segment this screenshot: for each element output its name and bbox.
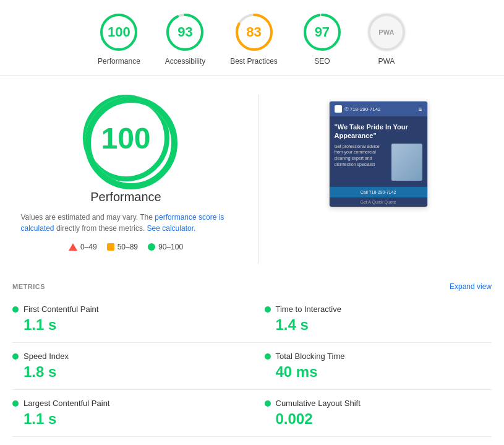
average-icon — [107, 243, 114, 251]
score-circle-pwa: PWA — [367, 12, 406, 52]
metric-value-lcp: 1.1 s — [12, 410, 228, 428]
score-legend: 0–49 50–89 90–100 — [69, 243, 183, 251]
score-label-seo: SEO — [314, 57, 330, 66]
score-value-accessibility: 93 — [177, 24, 192, 40]
phone-body: "We Take Pride In Your Appearance" Get p… — [330, 116, 427, 207]
metric-dot-tbt — [265, 353, 271, 360]
metric-name-row-tbt: Total Blocking Time — [265, 352, 492, 361]
metric-name-row-lcp: Largest Contentful Paint — [12, 399, 228, 408]
metric-name-lcp: Largest Contentful Paint — [23, 399, 109, 408]
metric-dot-tti — [265, 306, 271, 313]
metric-value-cls: 0.002 — [265, 410, 492, 428]
score-bar: 100 Performance 93 Accessibility 83 Best… — [0, 0, 504, 76]
legend-fail: 0–49 — [69, 243, 97, 251]
metric-dot-fcp — [12, 306, 19, 313]
score-item-accessibility[interactable]: 93 Accessibility — [165, 12, 205, 66]
metric-name-si: Speed Index — [23, 352, 69, 361]
metric-item-si: Speed Index 1.8 s — [12, 343, 252, 390]
left-panel: 100 Performance Values are estimated and… — [12, 95, 252, 264]
big-score-value: 100 — [101, 121, 150, 155]
phone-headline: "We Take Pride In Your Appearance" — [335, 123, 422, 140]
desc-text-2: directly from these metrics. — [54, 224, 147, 233]
phone-header: ✆ 718-290-7142 ≡ — [330, 102, 427, 116]
main-content: 100 Performance Values are estimated and… — [0, 76, 504, 276]
metric-name-tti: Time to Interactive — [276, 305, 341, 314]
metric-name-cls: Cumulative Layout Shift — [276, 399, 361, 408]
phone-footer: Get A Quick Quote — [330, 197, 427, 207]
phone-hero-image — [391, 144, 422, 181]
metric-item-lcp: Largest Contentful Paint 1.1 s — [12, 390, 252, 437]
pwa-label-inner: PWA — [378, 28, 394, 36]
metric-item-cls: Cumulative Layout Shift 0.002 — [252, 390, 492, 437]
metric-dot-lcp — [12, 400, 19, 407]
big-score-circle: 100 — [83, 95, 169, 181]
big-score-label: Performance — [90, 190, 161, 204]
legend-average: 50–89 — [107, 243, 138, 251]
metric-name-row-tti: Time to Interactive — [265, 305, 492, 314]
metrics-grid: First Contentful Paint 1.1 s Time to Int… — [12, 296, 492, 437]
score-circle-accessibility: 93 — [165, 12, 205, 52]
pass-icon — [148, 243, 155, 251]
phone-hero: "We Take Pride In Your Appearance" Get p… — [330, 116, 427, 187]
metric-name-row-si: Speed Index — [12, 352, 228, 361]
metric-value-fcp: 1.1 s — [12, 316, 228, 334]
score-item-seo[interactable]: 97 SEO — [302, 12, 342, 66]
metric-value-si: 1.8 s — [12, 363, 228, 381]
desc-text-1: Values are estimated and may vary. The — [21, 213, 155, 222]
metric-item-tti: Time to Interactive 1.4 s — [252, 296, 492, 343]
metric-item-fcp: First Contentful Paint 1.1 s — [12, 296, 252, 343]
phone-cta-button[interactable]: Call 718-290-7142 — [330, 187, 427, 197]
score-circle-best-practices: 83 — [234, 12, 274, 52]
phone-hero-content: Get professional advice from your commer… — [335, 144, 422, 181]
performance-description: Values are estimated and may vary. The p… — [21, 212, 231, 234]
legend-range2: 50–89 — [117, 243, 138, 251]
legend-pass: 90–100 — [148, 243, 183, 251]
metric-name-fcp: First Contentful Paint — [23, 305, 98, 314]
score-circle-performance: 100 — [99, 12, 139, 52]
phone-menu-icon: ≡ — [419, 106, 422, 113]
right-panel: ✆ 718-290-7142 ≡ "We Take Pride In Your … — [265, 95, 492, 264]
metric-name-row-cls: Cumulative Layout Shift — [265, 399, 492, 408]
score-value-performance: 100 — [108, 24, 130, 40]
expand-view-button[interactable]: Expand view — [450, 282, 492, 291]
metrics-header: METRICS Expand view — [12, 276, 492, 296]
big-score-area: 100 Performance Values are estimated and… — [12, 95, 239, 251]
metric-name-row-fcp: First Contentful Paint — [12, 305, 228, 314]
legend-range1: 0–49 — [80, 243, 97, 251]
metric-value-tbt: 40 ms — [265, 363, 492, 381]
metrics-section: METRICS Expand view First Contentful Pai… — [0, 276, 504, 445]
score-item-performance[interactable]: 100 Performance — [98, 12, 140, 66]
metric-value-tti: 1.4 s — [265, 316, 492, 334]
phone-logo-icon — [335, 105, 342, 113]
metric-name-tbt: Total Blocking Time — [276, 352, 345, 361]
phone-number: ✆ 718-290-7142 — [344, 106, 381, 112]
score-item-best-practices[interactable]: 83 Best Practices — [230, 12, 278, 66]
legend-range3: 90–100 — [158, 243, 183, 251]
fail-icon — [69, 243, 77, 251]
phone-screenshot: ✆ 718-290-7142 ≡ "We Take Pride In Your … — [329, 101, 428, 207]
phone-header-left: ✆ 718-290-7142 — [335, 105, 381, 113]
score-label-pwa: PWA — [378, 57, 395, 66]
score-circle-seo: 97 — [302, 12, 342, 52]
score-value-best-practices: 83 — [246, 24, 261, 40]
score-value-seo: 97 — [315, 24, 330, 40]
score-label-best-practices: Best Practices — [230, 57, 278, 66]
metrics-title: METRICS — [12, 283, 45, 290]
score-item-pwa[interactable]: PWA PWA — [367, 12, 406, 66]
phone-hero-text: Get professional advice from your commer… — [335, 144, 389, 181]
vertical-divider — [258, 95, 258, 264]
metric-item-tbt: Total Blocking Time 40 ms — [252, 343, 492, 390]
calculator-link[interactable]: See calculator. — [147, 224, 196, 233]
metric-dot-si — [12, 353, 19, 360]
score-label-performance: Performance — [98, 57, 140, 66]
metric-dot-cls — [265, 400, 271, 407]
score-label-accessibility: Accessibility — [165, 57, 205, 66]
